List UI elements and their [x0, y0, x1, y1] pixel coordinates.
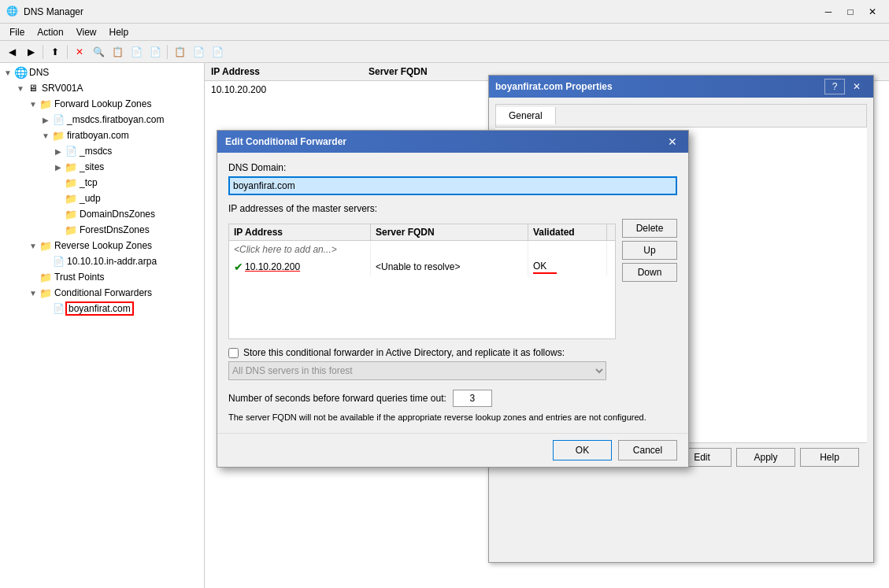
expand-sites[interactable]: ▶: [52, 161, 65, 173]
sidebar-item-dns[interactable]: ▼ 🌐 DNS: [0, 65, 204, 80]
toolbar-delete[interactable]: ✕: [71, 43, 88, 61]
dns-domain-section: DNS Domain:: [228, 162, 677, 195]
sidebar-item-reverse[interactable]: ▼ 📁 Reverse Lookup Zones: [0, 238, 204, 253]
expand-flz[interactable]: ▼: [27, 98, 39, 110]
ip-row-0[interactable]: ✔ 10.10.20.200 <Unable to resolve> OK: [229, 258, 615, 276]
sidebar-label-dns: DNS: [29, 67, 49, 78]
bg-dialog-helpbtn[interactable]: Help: [800, 448, 859, 467]
sidebar-item-srv001a[interactable]: ▼ 🖥 SRV001A: [0, 80, 204, 96]
maximize-button[interactable]: □: [840, 4, 861, 20]
sidebar-item-firatboyan[interactable]: ▼ 📁 firatboyan.com: [0, 128, 204, 143]
sidebar-item-domain-dns[interactable]: 📁 DomainDnsZones: [0, 206, 204, 222]
modal-close-btn[interactable]: ✕: [665, 135, 680, 149]
sidebar-item-boyanfirat[interactable]: 📄 boyanfirat.com: [0, 301, 204, 316]
minimize-button[interactable]: ─: [818, 4, 839, 20]
sidebar-label-srv001a: SRV001A: [42, 83, 83, 94]
toolbar-doc2[interactable]: 📄: [146, 43, 164, 61]
folder-forestdns-icon: 📁: [65, 224, 77, 236]
sidebar-label-tcp: _tcp: [80, 177, 98, 188]
click-here-cell[interactable]: <Click here to add an...>: [229, 241, 371, 258]
expand-firat[interactable]: ▼: [39, 129, 52, 142]
sidebar-item-forward-lookup[interactable]: ▼ 📁 Forward Lookup Zones: [0, 96, 204, 112]
ip-table-empty: [229, 276, 615, 338]
dns-icon: 🌐: [14, 66, 27, 79]
toolbar-doc1[interactable]: 📄: [128, 43, 145, 61]
close-button[interactable]: ✕: [862, 4, 883, 20]
checkbox-label: Store this conditional forwarder in Acti…: [243, 347, 565, 358]
timeout-input[interactable]: [453, 390, 492, 407]
sidebar-label-forestdns: ForestDnsZones: [80, 224, 150, 235]
folder-flz-icon: 📁: [39, 98, 52, 110]
checkbox-row: Store this conditional forwarder in Acti…: [228, 347, 677, 358]
ip-table-header: IP Address Server FQDN Validated: [229, 224, 615, 241]
sidebar-item-udp[interactable]: 📁 _udp: [0, 190, 204, 206]
expand-reverse[interactable]: ▼: [27, 239, 39, 252]
down-button[interactable]: Down: [622, 263, 677, 282]
sidebar-tree: ▼ 🌐 DNS ▼ 🖥 SRV001A ▼ 📁 Forward Lookup Z…: [0, 63, 205, 588]
sidebar-item-sites[interactable]: ▶ 📁 _sites: [0, 159, 204, 175]
toolbar-search[interactable]: 🔍: [90, 43, 107, 61]
server-icon: 🖥: [27, 82, 39, 94]
ad-replicate-checkbox[interactable]: [228, 348, 239, 358]
ok-text: OK: [533, 261, 557, 272]
ip-click-here-row[interactable]: <Click here to add an...>: [229, 241, 615, 258]
folder-conditional-icon: 📁: [39, 287, 52, 299]
expand-dns[interactable]: ▼: [2, 66, 14, 79]
sidebar-label-udp: _udp: [80, 193, 101, 204]
sidebar-item-forest-dns[interactable]: 📁 ForestDnsZones: [0, 222, 204, 238]
click-here-validated: [528, 241, 607, 258]
toolbar-up[interactable]: ⬆: [46, 43, 64, 61]
folder-udp-icon: 📁: [65, 192, 77, 205]
toolbar-back[interactable]: ◀: [3, 43, 20, 61]
sidebar-label-boyanfirat: boyanfirat.com: [67, 303, 132, 314]
menu-action[interactable]: Action: [31, 25, 69, 39]
sidebar-label-sites: _sites: [80, 161, 104, 172]
bg-dialog-title: boyanfirat.com Properties: [495, 81, 613, 92]
sidebar-item-trust[interactable]: 📁 Trust Points: [0, 269, 204, 285]
window-controls: ─ □ ✕: [818, 4, 883, 20]
bg-dialog-apply-btn[interactable]: Apply: [736, 448, 795, 467]
doc-boyanfirat-icon: 📄: [52, 302, 65, 315]
modal-titlebar: Edit Conditional Forwarder ✕: [217, 131, 688, 153]
menu-file[interactable]: File: [3, 25, 31, 39]
ip-section-label: IP addresses of the master servers:: [228, 203, 677, 214]
dns-domain-input[interactable]: [228, 176, 677, 195]
toolbar: ◀ ▶ ⬆ ✕ 🔍 📋 📄 📄 📋 📄 📄: [0, 41, 889, 63]
menu-bar: File Action View Help: [0, 24, 889, 41]
expand-srv[interactable]: ▼: [14, 82, 27, 94]
red-bar: [533, 272, 557, 274]
toolbar-export[interactable]: 📋: [109, 43, 126, 61]
sidebar-label-arpa: 10.10.10.in-addr.arpa: [67, 256, 157, 267]
col-validated: Validated: [528, 224, 607, 240]
bg-dialog-help-btn[interactable]: ?: [824, 79, 845, 94]
cancel-button[interactable]: Cancel: [618, 440, 677, 460]
expand-conditional[interactable]: ▼: [27, 287, 39, 299]
ip-table: IP Address Server FQDN Validated <Click …: [228, 224, 616, 339]
expand-msdcs[interactable]: ▶: [52, 145, 65, 157]
toolbar-doc4[interactable]: 📄: [209, 43, 226, 61]
sidebar-item-conditional[interactable]: ▼ 📁 Conditional Forwarders: [0, 285, 204, 301]
toolbar-clip[interactable]: 📋: [171, 43, 188, 61]
side-buttons: Delete Up Down: [622, 219, 677, 282]
sidebar-label-msdcs: _msdcs: [80, 146, 112, 157]
sidebar-item-arpa[interactable]: 📄 10.10.10.in-addr.arpa: [0, 253, 204, 269]
bg-dialog-tabs: General: [495, 104, 867, 128]
delete-button[interactable]: Delete: [622, 219, 677, 238]
modal-edit-forwarder: Edit Conditional Forwarder ✕ DNS Domain:…: [217, 130, 689, 468]
sidebar-item-tcp[interactable]: 📁 _tcp: [0, 175, 204, 190]
toolbar-forward[interactable]: ▶: [22, 43, 39, 61]
ok-button[interactable]: OK: [553, 440, 612, 460]
bg-dialog-tab-general[interactable]: General: [496, 107, 556, 124]
col-header-ip: IP Address: [208, 65, 365, 79]
toolbar-sep-1: [43, 45, 43, 59]
toolbar-doc3[interactable]: 📄: [190, 43, 207, 61]
bg-dialog-close-btn[interactable]: ✕: [846, 79, 867, 94]
content-cell-ip: 10.10.20.200: [208, 83, 365, 97]
menu-view[interactable]: View: [70, 25, 103, 39]
menu-help[interactable]: Help: [103, 25, 135, 39]
expand-msdcs-firat[interactable]: ▶: [39, 113, 52, 126]
up-button[interactable]: Up: [622, 241, 677, 260]
sidebar-item-msdcs-firat[interactable]: ▶ 📄 _msdcs.firatboyan.com: [0, 112, 204, 128]
sidebar-item-msdcs[interactable]: ▶ 📄 _msdcs: [0, 143, 204, 159]
sidebar-label-firatboyan: firatboyan.com: [67, 130, 129, 141]
